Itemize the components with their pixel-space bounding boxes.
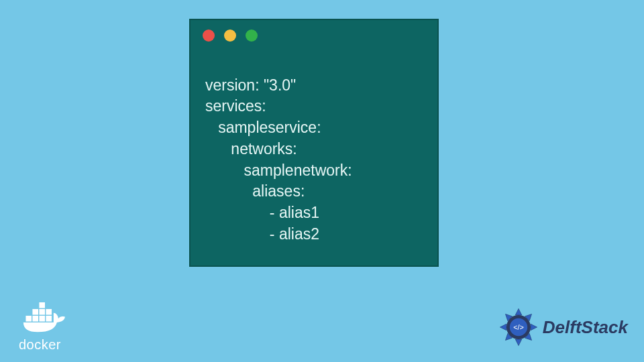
svg-text:</>: </>: [513, 323, 524, 331]
delftstack-label: DelftStack: [543, 317, 628, 338]
delftstack-logo: </> DelftStack: [498, 307, 628, 347]
code-line: samplenetwork:: [205, 162, 352, 179]
close-icon: [203, 29, 215, 42]
code-line: - alias1: [205, 204, 319, 221]
svg-rect-6: [46, 309, 52, 315]
docker-label: docker: [19, 337, 71, 353]
code-window: version: "3.0" services: sampleservice: …: [189, 19, 439, 267]
docker-logo: docker: [19, 302, 71, 353]
code-line: - alias2: [205, 225, 319, 243]
svg-rect-0: [25, 316, 32, 322]
maximize-icon: [246, 29, 258, 42]
svg-rect-2: [39, 316, 45, 322]
code-block: version: "3.0" services: sampleservice: …: [191, 42, 437, 253]
code-line: services:: [205, 97, 266, 115]
window-traffic-lights: [191, 20, 437, 42]
docker-whale-icon: [19, 302, 71, 336]
svg-rect-5: [39, 309, 45, 315]
code-line: aliases:: [205, 182, 305, 200]
delftstack-mandala-icon: </>: [498, 307, 539, 347]
minimize-icon: [224, 29, 236, 42]
svg-rect-3: [46, 316, 52, 322]
svg-rect-4: [32, 309, 38, 315]
code-line: networks:: [205, 140, 297, 158]
svg-rect-7: [39, 302, 45, 308]
svg-rect-1: [32, 316, 38, 322]
code-line: sampleservice:: [205, 119, 321, 136]
code-line: version: "3.0": [205, 76, 296, 94]
